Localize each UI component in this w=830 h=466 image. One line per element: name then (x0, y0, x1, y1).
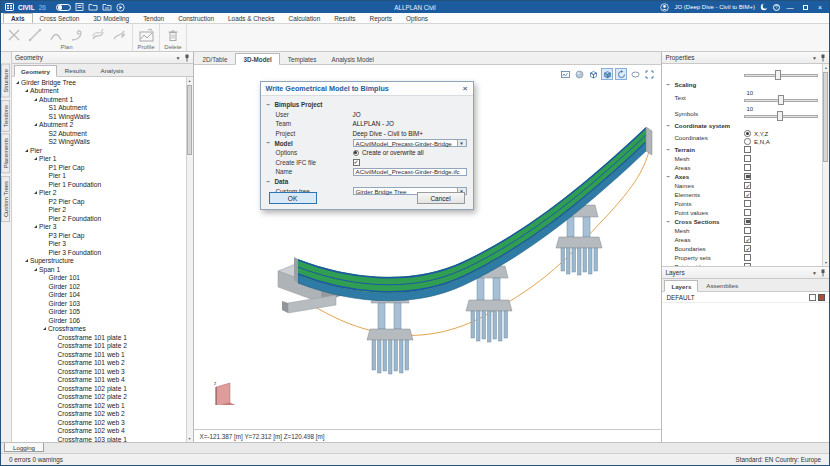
axis-arc-icon[interactable] (47, 26, 65, 44)
tree-item-s1-abutment[interactable]: S1 Abutment (12, 104, 186, 113)
minimize-button[interactable]: — (785, 2, 795, 12)
menu-tab-3d-modeling[interactable]: 3D Modeling (86, 13, 136, 23)
slider-symbols[interactable]: 10 (744, 105, 818, 121)
tree-item-crossframe-101-plate-2[interactable]: Crossframe 101 plate 2 (12, 342, 186, 351)
radio-button[interactable] (744, 130, 751, 137)
play-icon[interactable] (116, 3, 125, 12)
scroll-down-icon[interactable]: ▼ (823, 259, 829, 266)
tree-item-crossframe-102-web-3[interactable]: Crossframe 102 web 3 (12, 418, 186, 427)
menu-tab-reports[interactable]: Reports (363, 13, 399, 23)
user-avatar-icon[interactable] (660, 3, 669, 12)
dialog-input-name[interactable]: ACivilModel_Precast-Girder-Bridge.ifc (353, 168, 467, 177)
tree-item-pier-1[interactable]: Pier 1 (12, 155, 186, 164)
tree-item-pier-3-foundation[interactable]: Pier 3 Foundation (12, 248, 186, 257)
tree-item-crossframe-101-web-3[interactable]: Crossframe 101 web 3 (12, 367, 186, 376)
tree-item-pier-3[interactable]: Pier 3 (12, 240, 186, 249)
view-tab-2d-table[interactable]: 2D/Table (196, 54, 235, 64)
geometry-tab-analysis[interactable]: Analysis (94, 64, 131, 76)
menu-tab-cross-section[interactable]: Cross Section (33, 13, 87, 23)
collapse-icon[interactable]: − (666, 147, 671, 153)
geometry-tab-results[interactable]: Results (58, 64, 93, 76)
tree-expander-icon[interactable] (25, 259, 28, 262)
layers-tab-assemblies[interactable]: Assemblies (699, 279, 745, 291)
scroll-down-icon[interactable]: ▼ (187, 435, 193, 442)
checkbox[interactable] (744, 218, 751, 225)
checkbox[interactable]: ✓ (744, 191, 751, 198)
viewport-3d[interactable]: z x y Write Geometrical Model to Bimplus… (194, 65, 662, 429)
tree-item-superstructure[interactable]: Superstructure (12, 257, 186, 266)
tree-expander-icon[interactable] (34, 225, 37, 228)
profile-icon[interactable] (137, 26, 155, 44)
checkbox[interactable] (744, 173, 751, 180)
tree-expander-icon[interactable] (43, 327, 46, 330)
axis-curves-icon[interactable] (89, 26, 107, 44)
menu-tab-axis[interactable]: Axis (3, 13, 33, 23)
tree-item-s2-wingwalls[interactable]: S2 WingWalls (12, 138, 186, 147)
axis-line-icon[interactable] (26, 26, 44, 44)
close-button[interactable]: × (815, 2, 825, 12)
layer-visibility-checkbox[interactable] (809, 294, 816, 301)
scroll-up-icon[interactable]: ▲ (823, 64, 829, 71)
tree-expander-icon[interactable] (34, 191, 37, 194)
side-tab-tendons[interactable]: Tendons (1, 100, 10, 132)
slider-thumb[interactable] (775, 70, 781, 80)
checkbox[interactable]: ✓ (744, 182, 751, 189)
layer-color-swatch[interactable] (818, 294, 825, 301)
tree-item-crossframe-101-plate-1[interactable]: Crossframe 101 plate 1 (12, 333, 186, 342)
help-icon[interactable]: ? (773, 4, 780, 11)
slider-thumb[interactable] (777, 111, 783, 121)
side-tab-custom-trees[interactable]: Custom Trees (1, 176, 10, 222)
tree-expander-icon[interactable] (34, 268, 37, 271)
fit-view-icon[interactable] (643, 68, 655, 80)
dialog-title-bar[interactable]: Write Geometrical Model to Bimplus × (261, 82, 473, 96)
tree-item-pier-3[interactable]: Pier 3 (12, 223, 186, 232)
trash-icon[interactable] (164, 26, 182, 44)
checkbox[interactable] (744, 164, 751, 171)
tree-item-pier-2[interactable]: Pier 2 (12, 206, 186, 215)
collapse-icon[interactable]: − (666, 219, 671, 225)
panel-menu-chevron-icon[interactable]: ▼ (176, 55, 181, 61)
tree-item-s1-wingwalls[interactable]: S1 WingWalls (12, 112, 186, 121)
panel-pin-icon[interactable] (820, 54, 826, 62)
panel-pin-icon[interactable] (820, 269, 826, 277)
menu-tab-loads-checks[interactable]: Loads & Checks (221, 13, 282, 23)
orbit-rotate-icon[interactable] (615, 68, 627, 80)
properties-scrollbar[interactable]: ▲ ▼ (822, 64, 829, 266)
menu-tab-results[interactable]: Results (327, 13, 362, 23)
checkbox[interactable] (744, 200, 751, 207)
collapse-icon[interactable]: − (666, 174, 671, 180)
tree-item-crossframe-101-web-4[interactable]: Crossframe 101 web 4 (12, 376, 186, 385)
checkbox[interactable] (744, 227, 751, 234)
view-tab-analysis-model[interactable]: Analysis Model (324, 54, 380, 64)
cancel-button[interactable]: Cancel (417, 192, 465, 204)
sphere-shading-icon[interactable] (573, 68, 585, 80)
menu-tab-options[interactable]: Options (399, 13, 435, 23)
tree-item-girder-103[interactable]: Girder 103 (12, 299, 186, 308)
folder-save-icon[interactable] (102, 3, 112, 11)
tree-item-girder-104[interactable]: Girder 104 (12, 291, 186, 300)
radio-button[interactable] (353, 150, 360, 157)
tree-item-girder-106[interactable]: Girder 106 (12, 316, 186, 325)
menu-tab-construction[interactable]: Construction (171, 13, 221, 23)
tree-expander-icon[interactable] (25, 89, 28, 92)
panel-menu-chevron-icon[interactable]: ▼ (812, 55, 817, 61)
checkbox[interactable]: ✓ (744, 236, 751, 243)
dialog-dropdown-model[interactable]: ACivilModel_Precast-Girder-Bridge▼ (353, 139, 467, 148)
tree-item-crossframe-103-plate-1[interactable]: Crossframe 103 plate 1 (12, 435, 186, 442)
tree-item-girder-bridge-tree[interactable]: Girder Bridge Tree (12, 78, 186, 87)
tree-item-pier-1-foundation[interactable]: Pier 1 Foundation (12, 180, 186, 189)
checkbox[interactable] (744, 209, 751, 216)
panel-pin-icon[interactable] (184, 54, 190, 62)
layers-tab-layers[interactable]: Layers (664, 280, 698, 292)
geometry-tab-geometry[interactable]: Geometry (14, 65, 57, 77)
tree-item-span-1[interactable]: Span 1 (12, 265, 186, 274)
cube-wireframe-icon[interactable] (587, 68, 599, 80)
dark-mode-moon-icon[interactable] (760, 3, 768, 11)
tree-item-s2-abutment[interactable]: S2 Abutment (12, 129, 186, 138)
tree-item-pier-2[interactable]: Pier 2 (12, 189, 186, 198)
collapse-icon[interactable]: − (666, 82, 671, 88)
tree-expander-icon[interactable] (34, 98, 37, 101)
theme-toggle[interactable] (56, 4, 71, 11)
tree-item-abutment-2[interactable]: Abutment 2 (12, 121, 186, 130)
side-tab-placements[interactable]: Placements (1, 133, 10, 173)
